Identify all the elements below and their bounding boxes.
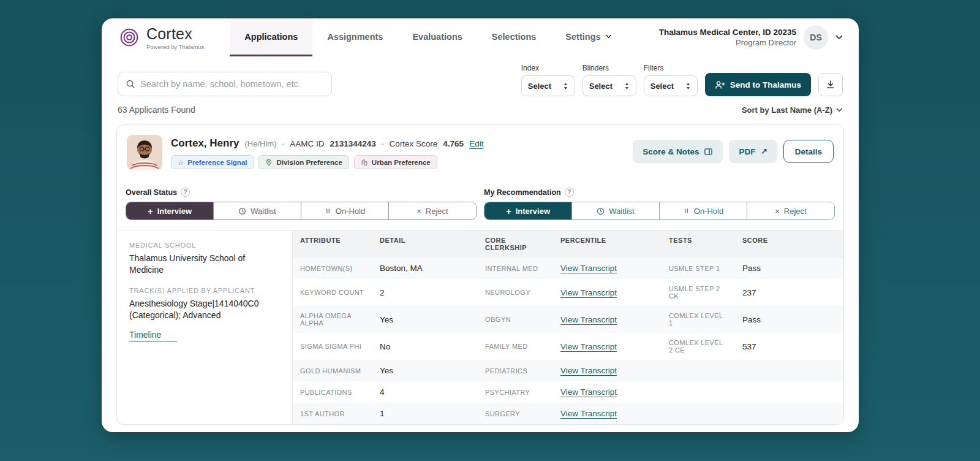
score-cell — [735, 403, 843, 424]
results-bar: 63 Applicants Found Sort by Last Name (A… — [102, 96, 859, 120]
pause-icon — [325, 207, 331, 215]
brand-tagline: Powered by Thalamus — [146, 44, 204, 50]
clock-icon — [238, 207, 246, 215]
view-transcript-link[interactable]: View Transcript — [560, 366, 617, 375]
download-icon — [826, 80, 835, 90]
applicant-card: Cortex, Henry (He/Him) AAMC ID 213134424… — [116, 124, 844, 425]
detail-cell: 4 — [372, 381, 478, 403]
avatar[interactable]: DS — [804, 25, 828, 50]
tab-evaluations[interactable]: Evaluations — [398, 18, 477, 56]
table-row: SIGMA SIGMA PHI No FAMILY MED View Trans… — [293, 333, 843, 360]
timeline-link[interactable]: Timeline — [129, 330, 177, 341]
badge-label: Urban Preference — [372, 159, 431, 166]
table-header-row: ATTRIBUTE DETAIL CORE CLERKSHIP PERCENTI… — [293, 230, 843, 257]
table-row: 1ST AUTHOR 1 SURGERY View Transcript — [293, 403, 843, 424]
details-button[interactable]: Details — [783, 140, 834, 163]
view-transcript-link[interactable]: View Transcript — [560, 288, 617, 297]
table-row: HOMETOWN(S) Boston, MA INTERNAL MED View… — [293, 257, 843, 279]
select-value: Select — [589, 82, 612, 91]
pdf-label: PDF — [739, 147, 755, 156]
score-notes-button[interactable]: Score & Notes — [633, 140, 723, 163]
help-icon[interactable]: ? — [181, 188, 190, 197]
detail-cell: Yes — [372, 306, 478, 333]
column-header: TESTS — [662, 230, 735, 257]
tab-assignments[interactable]: Assignments — [312, 18, 398, 56]
sort-control[interactable]: Sort by Last Name (A-Z) — [742, 105, 843, 115]
view-transcript-link[interactable]: View Transcript — [560, 387, 617, 397]
attribute-cell: KEYWORD COUNT — [293, 279, 372, 306]
applicant-name: Cortex, Henry — [171, 137, 239, 150]
table-row: ALPHA OMEGA ALPHA Yes OBGYN View Transcr… — [293, 306, 843, 333]
attribute-cell: SIGMA SIGMA PHI — [293, 333, 372, 360]
filters-select[interactable]: Select — [644, 75, 698, 96]
attribute-cell: HOMETOWN(S) — [293, 257, 372, 279]
recommendation-reject-button[interactable]: × Reject — [747, 202, 834, 219]
x-icon: × — [417, 207, 421, 216]
clerkship-cell: SURGERY — [478, 403, 553, 424]
score-notes-label: Score & Notes — [643, 147, 699, 156]
view-transcript-link[interactable]: View Transcript — [560, 342, 617, 351]
account-menu[interactable]: Thalamus Medical Center, ID 20235 Progra… — [659, 18, 843, 56]
tab-settings[interactable]: Settings — [551, 18, 626, 56]
medical-school-value: Thalamus University School of Medicine — [129, 253, 280, 276]
segment-label: On-Hold — [694, 207, 723, 216]
edit-score-link[interactable]: Edit — [469, 139, 483, 148]
cortex-logo-icon — [118, 26, 141, 49]
detail-cell: Boston, MA — [372, 257, 478, 279]
stepper-icon — [563, 82, 568, 90]
recommendation-interview-button[interactable]: + Interview — [484, 202, 571, 219]
toolbar: Index Select Blinders Select Filters Sel… — [102, 56, 859, 96]
recommendation-onhold-button[interactable]: On-Hold — [659, 202, 747, 219]
search-icon — [126, 79, 135, 89]
detail-cell: Yes — [372, 360, 478, 381]
segment-label: Interview — [516, 207, 550, 216]
view-transcript-link[interactable]: View Transcript — [560, 264, 617, 273]
search-input[interactable] — [140, 79, 324, 89]
x-icon: × — [775, 207, 780, 216]
tab-applications[interactable]: Applications — [230, 18, 312, 56]
send-to-thalamus-button[interactable]: Send to Thalamus — [705, 73, 811, 96]
segment-label: Waitlist — [251, 207, 276, 216]
chevron-down-icon[interactable] — [835, 35, 843, 40]
blinders-select[interactable]: Select — [582, 75, 636, 96]
column-header: CORE CLERKSHIP — [478, 230, 553, 257]
overall-onhold-button[interactable]: On-Hold — [301, 202, 388, 219]
urban-preference-badge: Urban Preference — [354, 155, 437, 169]
applicant-pronouns: (He/Him) — [244, 139, 276, 148]
test-cell: USMLE STEP 1 — [662, 257, 735, 279]
plus-icon: + — [506, 207, 511, 216]
tab-label: Assignments — [327, 32, 383, 42]
index-select[interactable]: Select — [521, 75, 575, 96]
tab-selections[interactable]: Selections — [477, 18, 551, 56]
view-transcript-link[interactable]: View Transcript — [560, 409, 617, 418]
tab-label: Applications — [244, 32, 298, 42]
score-cell — [735, 360, 843, 381]
pdf-button[interactable]: PDF ↗ — [729, 140, 777, 163]
attribute-cell: ALPHA OMEGA ALPHA — [293, 306, 372, 333]
select-value: Select — [528, 82, 551, 91]
brand-name: Cortex — [146, 25, 204, 43]
division-preference-badge: Division Preference — [258, 155, 349, 169]
brand: Cortex Powered by Thalamus — [118, 18, 204, 56]
score-cell — [735, 381, 843, 403]
cortex-score-label: Cortex Score — [390, 139, 438, 148]
recommendation-waitlist-button[interactable]: Waitlist — [571, 202, 659, 219]
test-cell — [662, 403, 735, 424]
table-row: PUBLICATIONS 4 PSYCHIATRY View Transcrip… — [293, 381, 843, 403]
dot-separator — [382, 138, 384, 149]
my-recommendation-control: + Interview Waitlist On-Hold × Reject — [484, 202, 835, 220]
pause-icon — [683, 207, 690, 215]
search-box[interactable] — [118, 72, 332, 96]
overall-reject-button[interactable]: × Reject — [388, 202, 476, 219]
overall-interview-button[interactable]: + Interview — [126, 202, 213, 219]
help-icon[interactable]: ? — [565, 188, 574, 197]
segment-label: Waitlist — [609, 207, 634, 216]
applicants-count: 63 Applicants Found — [118, 105, 195, 115]
test-cell: USMLE STEP 2 CK — [662, 279, 735, 306]
overall-waitlist-button[interactable]: Waitlist — [213, 202, 301, 219]
view-transcript-link[interactable]: View Transcript — [560, 315, 617, 324]
column-header: PERCENTILE — [553, 230, 662, 257]
download-button[interactable] — [818, 73, 843, 96]
user-role: Program Director — [659, 38, 796, 47]
arrow-up-right-icon: ↗ — [760, 147, 767, 156]
